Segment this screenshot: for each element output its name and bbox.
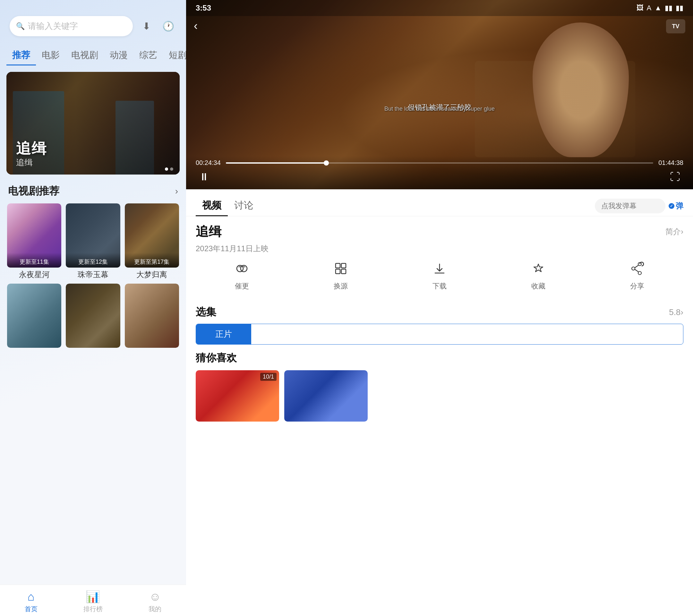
action-source[interactable]: 换源 xyxy=(295,261,387,291)
episode-title: 选集 xyxy=(196,305,216,319)
recommend-thumb-2 xyxy=(284,370,368,422)
show-card-zhudi[interactable]: 更新至12集 珠帝玉幕 xyxy=(66,203,120,280)
tab-video[interactable]: 视频 xyxy=(196,196,228,216)
nav-tabs: 推荐 电影 电视剧 动漫 综艺 短剧 xyxy=(0,43,186,69)
hero-dots xyxy=(165,167,173,171)
show-badge-dameng: 更新至第17集 xyxy=(125,253,179,267)
show-name-yexing: 永夜星河 xyxy=(7,270,61,280)
show-thumb-yexing: 更新至11集 xyxy=(7,203,61,267)
action-download[interactable]: 下载 xyxy=(393,261,486,291)
history-button[interactable]: 🕐 xyxy=(160,18,176,35)
tab-discussion[interactable]: 讨论 xyxy=(228,196,260,216)
hero-dot-1[interactable] xyxy=(165,167,168,171)
tab-short[interactable]: 短剧 xyxy=(163,46,186,65)
svg-rect-4 xyxy=(336,269,340,274)
show-thumb-dameng: 更新至第17集 xyxy=(125,203,179,267)
show-card-yexing[interactable]: 更新至11集 永夜星河 xyxy=(7,203,61,280)
left-panel: 🔍 请输入关键字 ⬇ 🕐 推荐 电影 电视剧 动漫 综艺 短剧 追缉 追缉 xyxy=(0,0,186,616)
tab-movie[interactable]: 电影 xyxy=(36,46,65,65)
episode-tab-main[interactable]: 正片 xyxy=(196,324,251,344)
urge-label: 催更 xyxy=(235,281,249,291)
episode-section: 选集 5.8 › 正片 xyxy=(186,305,693,351)
episode-count[interactable]: 5.8 › xyxy=(669,307,684,317)
fullscreen-button[interactable]: ⛶ xyxy=(667,170,684,184)
progress-bar-wrap: 00:24:34 01:44:38 xyxy=(196,159,684,166)
nav-ranking[interactable]: 📊 排行榜 xyxy=(62,590,124,613)
search-box[interactable]: 🔍 请输入关键字 xyxy=(9,16,133,36)
tab-tv[interactable]: 电视剧 xyxy=(65,46,104,65)
player-back-button[interactable]: ‹ xyxy=(194,19,198,33)
episode-header: 选集 5.8 › xyxy=(196,305,684,319)
play-pause-button[interactable]: ⏸ xyxy=(196,170,212,184)
show-badge-zhudi: 更新至12集 xyxy=(66,253,120,267)
battery-icon: ▮▮ xyxy=(676,4,684,12)
progress-fill xyxy=(226,162,326,164)
show-badge-yexing: 更新至11集 xyxy=(7,253,61,267)
collect-icon xyxy=(531,261,546,279)
show-thumb-zhudi: 更新至12集 xyxy=(66,203,120,267)
download-button[interactable]: ⬇ xyxy=(138,18,155,35)
danmaku-input[interactable] xyxy=(595,199,666,213)
video-figure xyxy=(533,22,629,157)
player-logo[interactable]: TV xyxy=(666,19,685,33)
content-area: 视频 讨论 ✓ 弹 追缉 简介 › 2023年11月11日上映 xyxy=(186,189,693,616)
video-player[interactable]: 但锁孔被灌了三秒胶 But the lock has been sealed b… xyxy=(186,0,693,189)
show-card-row2-3[interactable] xyxy=(125,284,179,348)
tab-variety[interactable]: 综艺 xyxy=(134,46,163,65)
episode-tabs: 正片 xyxy=(196,324,684,344)
show-card-row2-2[interactable] xyxy=(66,284,120,348)
total-time: 01:44:38 xyxy=(658,159,684,166)
show-name-zhudi: 珠帝玉幕 xyxy=(66,270,120,280)
controls-row: ⏸ ⛶ xyxy=(196,170,684,184)
status-time: 3:53 xyxy=(196,3,211,13)
show-thumb-row2-3 xyxy=(125,284,179,348)
collect-label: 收藏 xyxy=(531,281,546,291)
svg-rect-2 xyxy=(336,263,340,268)
danmaku-badge[interactable]: ✓ 弹 xyxy=(669,201,684,211)
tab-recommend[interactable]: 推荐 xyxy=(6,46,36,65)
hero-banner[interactable]: 追缉 追缉 xyxy=(6,72,180,175)
show-thumb-row2-1 xyxy=(7,284,61,348)
source-icon xyxy=(334,261,348,279)
search-input[interactable]: 请输入关键字 xyxy=(28,21,78,32)
show-name-dameng: 大梦归离 xyxy=(125,270,179,280)
nav-home[interactable]: ⌂ 首页 xyxy=(0,590,62,613)
nav-home-label: 首页 xyxy=(25,605,38,613)
danmaku-dot: ✓ xyxy=(669,203,674,209)
episode-count-num: 5.8 xyxy=(669,307,680,317)
show-card-dameng[interactable]: 更新至第17集 大梦归离 xyxy=(125,203,179,280)
tab-anime[interactable]: 动漫 xyxy=(104,46,134,65)
search-icon: 🔍 xyxy=(16,22,25,31)
hero-title: 追缉 xyxy=(16,139,47,158)
source-label: 换源 xyxy=(334,281,348,291)
recommend-grid: 10/1 xyxy=(196,370,684,422)
tv-section-more[interactable]: › xyxy=(175,186,178,196)
recommend-card-2[interactable] xyxy=(284,370,368,422)
search-area: 🔍 请输入关键字 ⬇ 🕐 xyxy=(0,0,186,43)
urge-icon xyxy=(235,261,249,279)
keyboard-icon: A xyxy=(647,4,652,12)
progress-bar[interactable] xyxy=(226,162,653,164)
action-collect[interactable]: 收藏 xyxy=(492,261,585,291)
tv-section-header: 电视剧推荐 › xyxy=(0,178,186,201)
svg-point-8 xyxy=(632,267,635,270)
svg-point-7 xyxy=(638,272,641,275)
video-title-row: 追缉 简介 › xyxy=(196,223,684,240)
show-thumb-row2-2 xyxy=(66,284,120,348)
hero-subtitle: 追缉 xyxy=(16,157,33,168)
ranking-icon: 📊 xyxy=(86,590,100,603)
intro-label: 简介 xyxy=(666,226,681,237)
danmaku-label: 弹 xyxy=(676,201,684,211)
progress-thumb[interactable] xyxy=(324,160,329,165)
mine-icon: ☺ xyxy=(149,590,161,603)
tv-section-title: 电视剧推荐 xyxy=(8,184,59,198)
video-intro-link[interactable]: 简介 › xyxy=(666,226,684,237)
nav-mine[interactable]: ☺ 我的 xyxy=(124,590,186,613)
download-label: 下载 xyxy=(433,281,447,291)
hero-dot-2[interactable] xyxy=(170,167,173,171)
show-card-row2-1[interactable] xyxy=(7,284,61,348)
wifi-icon: ▲ xyxy=(654,4,661,12)
action-urge[interactable]: 催更 xyxy=(196,261,288,291)
recommend-card-1[interactable]: 10/1 xyxy=(196,370,279,422)
action-share[interactable]: 分享 xyxy=(591,261,684,291)
